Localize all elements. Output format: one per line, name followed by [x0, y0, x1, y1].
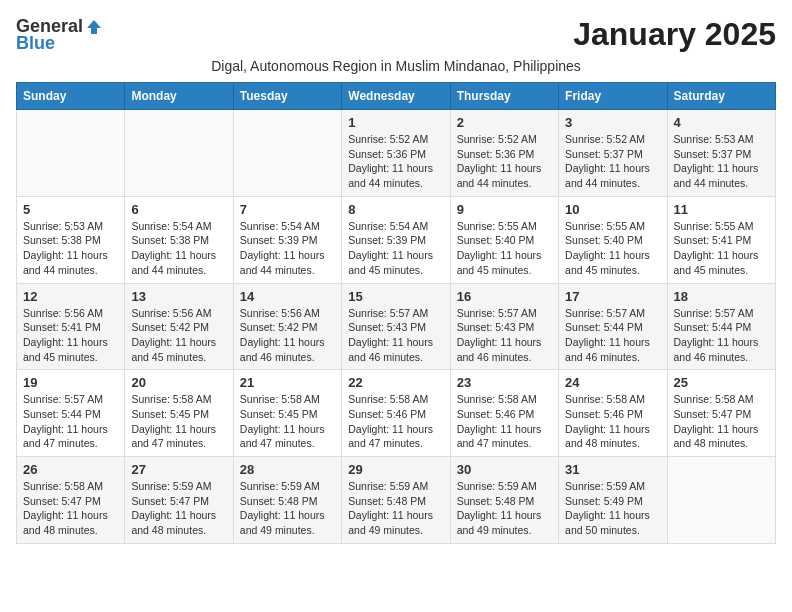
col-header-thursday: Thursday [450, 83, 558, 110]
calendar-week-3: 12Sunrise: 5:56 AM Sunset: 5:41 PM Dayli… [17, 283, 776, 370]
cell-content: Sunrise: 5:53 AM Sunset: 5:38 PM Dayligh… [23, 219, 118, 278]
cell-content: Sunrise: 5:59 AM Sunset: 5:49 PM Dayligh… [565, 479, 660, 538]
cell-content: Sunrise: 5:57 AM Sunset: 5:43 PM Dayligh… [457, 306, 552, 365]
calendar-cell: 23Sunrise: 5:58 AM Sunset: 5:46 PM Dayli… [450, 370, 558, 457]
day-number: 27 [131, 462, 226, 477]
day-number: 15 [348, 289, 443, 304]
cell-content: Sunrise: 5:58 AM Sunset: 5:46 PM Dayligh… [565, 392, 660, 451]
calendar-cell [233, 110, 341, 197]
col-header-monday: Monday [125, 83, 233, 110]
calendar-header: SundayMondayTuesdayWednesdayThursdayFrid… [17, 83, 776, 110]
calendar-cell: 19Sunrise: 5:57 AM Sunset: 5:44 PM Dayli… [17, 370, 125, 457]
cell-content: Sunrise: 5:54 AM Sunset: 5:38 PM Dayligh… [131, 219, 226, 278]
cell-content: Sunrise: 5:59 AM Sunset: 5:47 PM Dayligh… [131, 479, 226, 538]
col-header-wednesday: Wednesday [342, 83, 450, 110]
calendar-cell: 24Sunrise: 5:58 AM Sunset: 5:46 PM Dayli… [559, 370, 667, 457]
day-number: 3 [565, 115, 660, 130]
cell-content: Sunrise: 5:58 AM Sunset: 5:45 PM Dayligh… [131, 392, 226, 451]
day-number: 10 [565, 202, 660, 217]
day-number: 19 [23, 375, 118, 390]
cell-content: Sunrise: 5:56 AM Sunset: 5:41 PM Dayligh… [23, 306, 118, 365]
calendar-cell: 28Sunrise: 5:59 AM Sunset: 5:48 PM Dayli… [233, 457, 341, 544]
day-number: 18 [674, 289, 769, 304]
col-header-tuesday: Tuesday [233, 83, 341, 110]
calendar-cell: 26Sunrise: 5:58 AM Sunset: 5:47 PM Dayli… [17, 457, 125, 544]
cell-content: Sunrise: 5:59 AM Sunset: 5:48 PM Dayligh… [240, 479, 335, 538]
day-number: 31 [565, 462, 660, 477]
col-header-saturday: Saturday [667, 83, 775, 110]
cell-content: Sunrise: 5:57 AM Sunset: 5:44 PM Dayligh… [565, 306, 660, 365]
col-header-friday: Friday [559, 83, 667, 110]
logo: General Blue [16, 16, 103, 54]
calendar-cell: 7Sunrise: 5:54 AM Sunset: 5:39 PM Daylig… [233, 196, 341, 283]
calendar-cell [667, 457, 775, 544]
svg-marker-0 [87, 20, 101, 34]
cell-content: Sunrise: 5:57 AM Sunset: 5:44 PM Dayligh… [674, 306, 769, 365]
calendar-cell [125, 110, 233, 197]
cell-content: Sunrise: 5:52 AM Sunset: 5:37 PM Dayligh… [565, 132, 660, 191]
day-number: 30 [457, 462, 552, 477]
cell-content: Sunrise: 5:58 AM Sunset: 5:47 PM Dayligh… [23, 479, 118, 538]
calendar-cell: 3Sunrise: 5:52 AM Sunset: 5:37 PM Daylig… [559, 110, 667, 197]
calendar-cell: 9Sunrise: 5:55 AM Sunset: 5:40 PM Daylig… [450, 196, 558, 283]
day-number: 7 [240, 202, 335, 217]
logo-blue-text: Blue [16, 33, 55, 54]
calendar-cell: 20Sunrise: 5:58 AM Sunset: 5:45 PM Dayli… [125, 370, 233, 457]
cell-content: Sunrise: 5:55 AM Sunset: 5:40 PM Dayligh… [565, 219, 660, 278]
day-number: 17 [565, 289, 660, 304]
calendar-cell: 12Sunrise: 5:56 AM Sunset: 5:41 PM Dayli… [17, 283, 125, 370]
day-number: 14 [240, 289, 335, 304]
calendar-cell: 21Sunrise: 5:58 AM Sunset: 5:45 PM Dayli… [233, 370, 341, 457]
cell-content: Sunrise: 5:58 AM Sunset: 5:47 PM Dayligh… [674, 392, 769, 451]
calendar-cell [17, 110, 125, 197]
page-header: General Blue January 2025 [16, 16, 776, 54]
calendar-cell: 29Sunrise: 5:59 AM Sunset: 5:48 PM Dayli… [342, 457, 450, 544]
day-number: 25 [674, 375, 769, 390]
day-number: 23 [457, 375, 552, 390]
cell-content: Sunrise: 5:59 AM Sunset: 5:48 PM Dayligh… [348, 479, 443, 538]
day-number: 5 [23, 202, 118, 217]
day-number: 29 [348, 462, 443, 477]
calendar-cell: 18Sunrise: 5:57 AM Sunset: 5:44 PM Dayli… [667, 283, 775, 370]
col-header-sunday: Sunday [17, 83, 125, 110]
calendar-week-2: 5Sunrise: 5:53 AM Sunset: 5:38 PM Daylig… [17, 196, 776, 283]
day-number: 16 [457, 289, 552, 304]
cell-content: Sunrise: 5:57 AM Sunset: 5:43 PM Dayligh… [348, 306, 443, 365]
day-number: 26 [23, 462, 118, 477]
page-subtitle: Digal, Autonomous Region in Muslim Minda… [16, 58, 776, 74]
cell-content: Sunrise: 5:56 AM Sunset: 5:42 PM Dayligh… [131, 306, 226, 365]
calendar-week-4: 19Sunrise: 5:57 AM Sunset: 5:44 PM Dayli… [17, 370, 776, 457]
month-title: January 2025 [573, 16, 776, 53]
calendar-cell: 27Sunrise: 5:59 AM Sunset: 5:47 PM Dayli… [125, 457, 233, 544]
day-number: 4 [674, 115, 769, 130]
day-number: 22 [348, 375, 443, 390]
calendar-week-1: 1Sunrise: 5:52 AM Sunset: 5:36 PM Daylig… [17, 110, 776, 197]
logo-icon [85, 18, 103, 36]
cell-content: Sunrise: 5:58 AM Sunset: 5:45 PM Dayligh… [240, 392, 335, 451]
day-number: 6 [131, 202, 226, 217]
calendar-week-5: 26Sunrise: 5:58 AM Sunset: 5:47 PM Dayli… [17, 457, 776, 544]
calendar-cell: 13Sunrise: 5:56 AM Sunset: 5:42 PM Dayli… [125, 283, 233, 370]
calendar-cell: 17Sunrise: 5:57 AM Sunset: 5:44 PM Dayli… [559, 283, 667, 370]
calendar-cell: 2Sunrise: 5:52 AM Sunset: 5:36 PM Daylig… [450, 110, 558, 197]
cell-content: Sunrise: 5:55 AM Sunset: 5:40 PM Dayligh… [457, 219, 552, 278]
day-number: 21 [240, 375, 335, 390]
cell-content: Sunrise: 5:54 AM Sunset: 5:39 PM Dayligh… [240, 219, 335, 278]
calendar-cell: 1Sunrise: 5:52 AM Sunset: 5:36 PM Daylig… [342, 110, 450, 197]
day-number: 24 [565, 375, 660, 390]
cell-content: Sunrise: 5:58 AM Sunset: 5:46 PM Dayligh… [457, 392, 552, 451]
calendar-cell: 4Sunrise: 5:53 AM Sunset: 5:37 PM Daylig… [667, 110, 775, 197]
calendar-cell: 22Sunrise: 5:58 AM Sunset: 5:46 PM Dayli… [342, 370, 450, 457]
cell-content: Sunrise: 5:54 AM Sunset: 5:39 PM Dayligh… [348, 219, 443, 278]
day-number: 11 [674, 202, 769, 217]
day-number: 2 [457, 115, 552, 130]
calendar-table: SundayMondayTuesdayWednesdayThursdayFrid… [16, 82, 776, 544]
cell-content: Sunrise: 5:58 AM Sunset: 5:46 PM Dayligh… [348, 392, 443, 451]
day-number: 9 [457, 202, 552, 217]
cell-content: Sunrise: 5:55 AM Sunset: 5:41 PM Dayligh… [674, 219, 769, 278]
cell-content: Sunrise: 5:52 AM Sunset: 5:36 PM Dayligh… [348, 132, 443, 191]
day-number: 8 [348, 202, 443, 217]
day-number: 1 [348, 115, 443, 130]
calendar-cell: 5Sunrise: 5:53 AM Sunset: 5:38 PM Daylig… [17, 196, 125, 283]
calendar-cell: 25Sunrise: 5:58 AM Sunset: 5:47 PM Dayli… [667, 370, 775, 457]
